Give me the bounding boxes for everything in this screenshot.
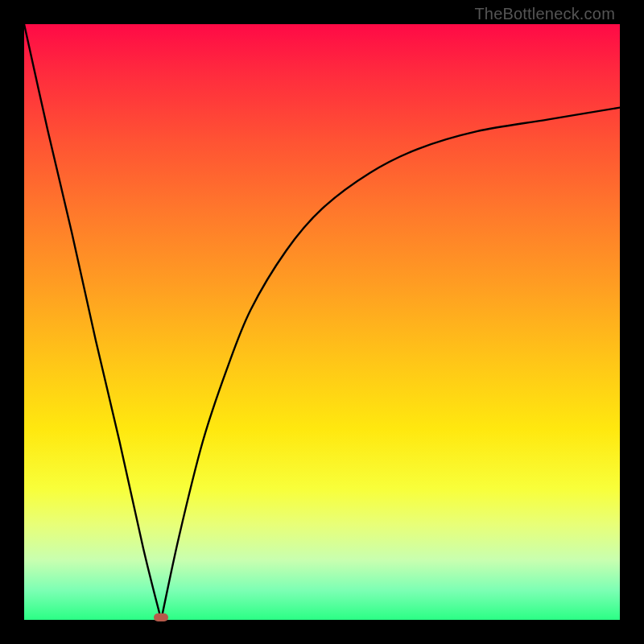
plot-area	[24, 24, 620, 620]
bottleneck-marker	[154, 613, 168, 621]
watermark-text: TheBottleneck.com	[474, 5, 615, 23]
curve-right-branch	[161, 108, 620, 620]
chart-frame: TheBottleneck.com	[0, 0, 644, 644]
curve-svg	[24, 24, 620, 620]
curve-left-branch	[24, 24, 161, 620]
